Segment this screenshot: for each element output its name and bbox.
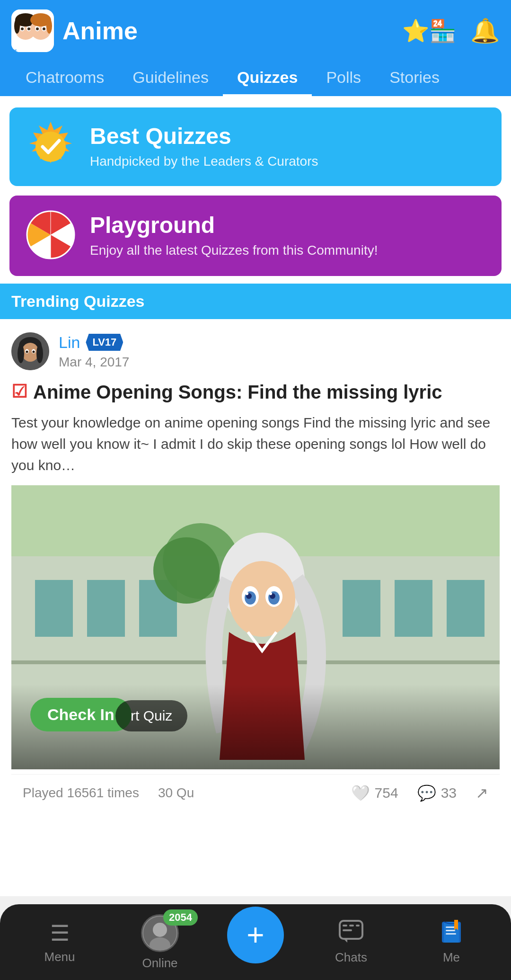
svg-point-4 [21, 27, 24, 30]
banner-section: Best Quizzes Handpicked by the Leaders &… [0, 96, 511, 284]
svg-rect-57 [343, 925, 347, 927]
svg-rect-60 [343, 929, 352, 931]
share-icon: ↗ [476, 784, 488, 802]
comment-icon: 💬 [417, 784, 436, 802]
svg-point-12 [43, 27, 45, 30]
nav-me[interactable]: Me [418, 920, 485, 965]
nav-chats[interactable]: Chats [318, 920, 384, 965]
svg-rect-34 [87, 580, 125, 637]
me-label: Me [443, 950, 460, 965]
bell-icon: 🔔 [470, 18, 500, 44]
svg-point-5 [27, 27, 30, 30]
nav-online[interactable]: 2054 Online [127, 914, 193, 971]
quiz-type-label: rt Quiz [115, 700, 187, 731]
post-stats: Played 16561 times 30 Qu 🤍 754 💬 33 ↗ [11, 774, 500, 811]
svg-point-52 [257, 613, 286, 632]
playground-icon [25, 209, 77, 263]
trending-header: Trending Quizzes [0, 284, 511, 319]
svg-rect-38 [447, 580, 485, 637]
tab-polls[interactable]: Polls [312, 61, 375, 96]
playground-card[interactable]: Playground Enjoy all the latest Quizzes … [9, 196, 502, 276]
playground-subtitle: Enjoy all the latest Quizzes from this C… [90, 242, 378, 259]
store-icon: ⭐🏪 [402, 18, 456, 43]
tab-chatrooms[interactable]: Chatrooms [11, 61, 118, 96]
questions-count: 30 Qu [158, 785, 194, 801]
main-content: Best Quizzes Handpicked by the Leaders &… [0, 96, 511, 896]
svg-point-30 [33, 351, 35, 353]
svg-rect-36 [343, 580, 380, 637]
svg-point-14 [46, 18, 52, 34]
notification-button[interactable]: 🔔 [470, 17, 500, 45]
author-info: Lin LV17 Mar 4, 2017 [59, 333, 129, 370]
quiz-title-icon: ☑ [11, 380, 27, 403]
tab-stories[interactable]: Stories [375, 61, 454, 96]
played-count: Played 16561 times [23, 785, 139, 801]
app-icon: ✂ [11, 9, 54, 52]
chats-icon [339, 920, 363, 946]
svg-rect-59 [356, 925, 360, 927]
tab-quizzes[interactable]: Quizzes [223, 61, 312, 96]
best-quizzes-subtitle: Handpicked by the Leaders & Curators [90, 153, 318, 170]
svg-point-24 [22, 343, 39, 362]
svg-point-41 [153, 537, 220, 604]
plus-icon: + [247, 920, 264, 950]
svg-point-50 [246, 592, 248, 595]
online-label: Online [142, 956, 177, 971]
me-icon [439, 920, 464, 946]
post-description: Test your knowledge on anime opening son… [11, 412, 500, 476]
post-image: Check In rt Quiz [11, 485, 500, 769]
svg-point-25 [18, 344, 24, 363]
likes-stat: 🤍 754 [351, 784, 398, 802]
best-quizzes-card[interactable]: Best Quizzes Handpicked by the Leaders &… [9, 107, 502, 186]
svg-rect-58 [349, 925, 354, 927]
svg-point-54 [153, 923, 167, 937]
author-level-badge: LV17 [86, 334, 123, 351]
svg-rect-65 [446, 933, 456, 935]
post-title: ☑ Anime Opening Songs: Find the missing … [11, 380, 500, 404]
svg-rect-64 [446, 930, 455, 931]
post-author: Lin LV17 Mar 4, 2017 [11, 332, 500, 370]
chats-label: Chats [335, 950, 367, 965]
best-quizzes-title: Best Quizzes [90, 123, 318, 149]
svg-rect-33 [35, 580, 73, 637]
add-button[interactable]: + [227, 907, 284, 963]
svg-point-11 [36, 27, 39, 30]
svg-rect-37 [395, 580, 432, 637]
share-stat: ↗ [476, 784, 488, 802]
author-name[interactable]: Lin [59, 333, 80, 352]
svg-point-7 [14, 18, 20, 34]
tab-guidelines[interactable]: Guidelines [118, 61, 223, 96]
heart-icon: 🤍 [351, 784, 370, 802]
svg-point-29 [26, 351, 28, 353]
best-quizzes-icon [25, 121, 77, 173]
menu-label: Menu [44, 950, 75, 964]
bottom-navigation: ☰ Menu 2054 Online + [0, 904, 511, 980]
author-avatar[interactable] [11, 332, 49, 370]
nav-menu[interactable]: ☰ Menu [26, 920, 93, 964]
svg-point-51 [269, 592, 272, 595]
menu-icon: ☰ [50, 920, 70, 946]
playground-title: Playground [90, 212, 378, 238]
app-header: ✂ Anime ⭐🏪 🔔 Chatrooms Guidelines Quizze… [0, 0, 511, 96]
online-count-badge: 2054 [163, 909, 198, 926]
svg-point-17 [35, 132, 66, 162]
svg-point-26 [36, 344, 43, 363]
app-title: Anime [62, 17, 138, 45]
author-date: Mar 4, 2017 [59, 355, 129, 370]
comments-stat: 💬 33 [417, 784, 457, 802]
quiz-post: Lin LV17 Mar 4, 2017 ☑ Anime Opening Son… [0, 319, 511, 811]
store-button[interactable]: ⭐🏪 [402, 18, 456, 44]
svg-text:✂: ✂ [13, 48, 17, 52]
navigation-tabs: Chatrooms Guidelines Quizzes Polls Stori… [11, 61, 500, 96]
post-image-container: Check In rt Quiz [11, 485, 500, 769]
